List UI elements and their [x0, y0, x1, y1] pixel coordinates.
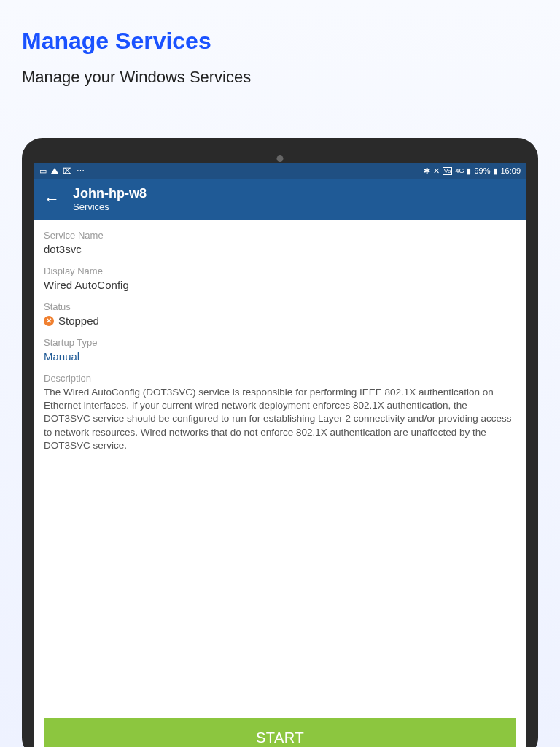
- volte-icon: Vo: [443, 167, 452, 175]
- signal-bars-icon: ▮: [467, 166, 471, 176]
- status-value: Stopped: [58, 314, 99, 327]
- description-label: Description: [44, 373, 516, 384]
- bluetooth-icon: ✱: [424, 166, 430, 176]
- more-icon: ⋯: [77, 166, 85, 176]
- service-name-value: dot3svc: [44, 243, 516, 255]
- signal-4g-icon: 4G: [455, 167, 464, 174]
- warning-icon: [51, 168, 58, 174]
- field-description: Description The Wired AutoConfig (DOT3SV…: [44, 373, 516, 452]
- camera-dot: [277, 155, 284, 162]
- status-left: ▭ ⌧ ⋯: [39, 166, 85, 176]
- status-bar: ▭ ⌧ ⋯ ✱ ✕ Vo 4G ▮ 99% ▮ 16:09: [34, 163, 526, 179]
- display-name-value: Wired AutoConfig: [44, 279, 516, 291]
- app-bar-title: John-hp-w8: [73, 186, 147, 201]
- startup-type-label: Startup Type: [44, 337, 516, 348]
- image-icon: ▭: [39, 166, 47, 176]
- app-bar: ← John-hp-w8 Services: [34, 179, 526, 220]
- description-value: The Wired AutoConfig (DOT3SVC) service i…: [44, 386, 516, 452]
- device-frame: ▭ ⌧ ⋯ ✱ ✕ Vo 4G ▮ 99% ▮ 16:09 ← John-hp-…: [22, 138, 538, 747]
- screen: ▭ ⌧ ⋯ ✱ ✕ Vo 4G ▮ 99% ▮ 16:09 ← John-hp-…: [34, 163, 526, 747]
- service-name-label: Service Name: [44, 230, 516, 241]
- stopped-icon: ✕: [44, 316, 54, 326]
- field-startup-type: Startup Type Manual: [44, 337, 516, 363]
- card-icon: ⌧: [63, 166, 72, 176]
- clock-text: 16:09: [500, 166, 521, 175]
- display-name-label: Display Name: [44, 266, 516, 276]
- field-status: Status ✕ Stopped: [44, 301, 516, 327]
- start-button[interactable]: START: [44, 718, 516, 747]
- back-arrow-icon[interactable]: ←: [44, 191, 60, 207]
- mute-icon: ✕: [433, 166, 440, 176]
- status-label: Status: [44, 301, 516, 312]
- status-right: ✱ ✕ Vo 4G ▮ 99% ▮ 16:09: [424, 166, 521, 176]
- field-display-name: Display Name Wired AutoConfig: [44, 266, 516, 291]
- app-bar-subtitle: Services: [73, 201, 147, 212]
- battery-text: 99%: [474, 166, 490, 175]
- field-service-name: Service Name dot3svc: [44, 230, 516, 255]
- page-title: Manage Services: [22, 28, 538, 55]
- content-area: Service Name dot3svc Display Name Wired …: [34, 220, 526, 747]
- startup-type-value[interactable]: Manual: [44, 350, 516, 363]
- battery-icon: ▮: [493, 166, 497, 176]
- page-subtitle: Manage your Windows Services: [22, 68, 538, 87]
